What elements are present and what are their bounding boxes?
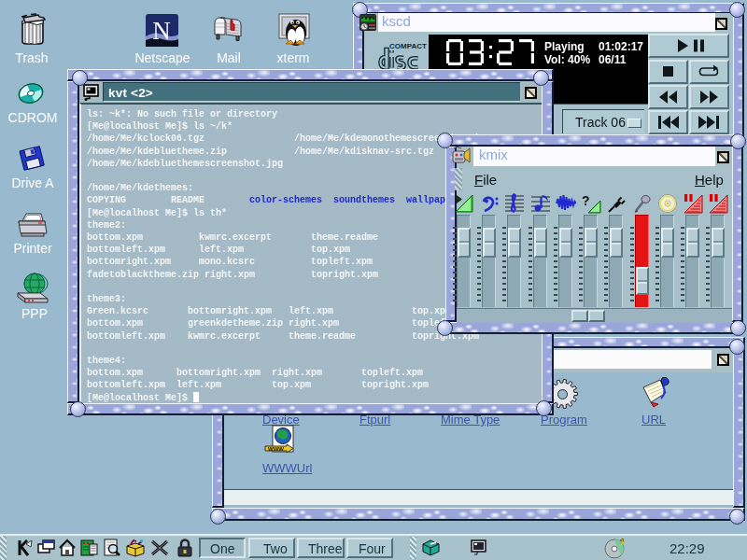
svg-text:N: N xyxy=(152,17,171,45)
svg-text:WWW: WWW xyxy=(268,446,284,452)
svg-text:?: ? xyxy=(582,193,590,208)
